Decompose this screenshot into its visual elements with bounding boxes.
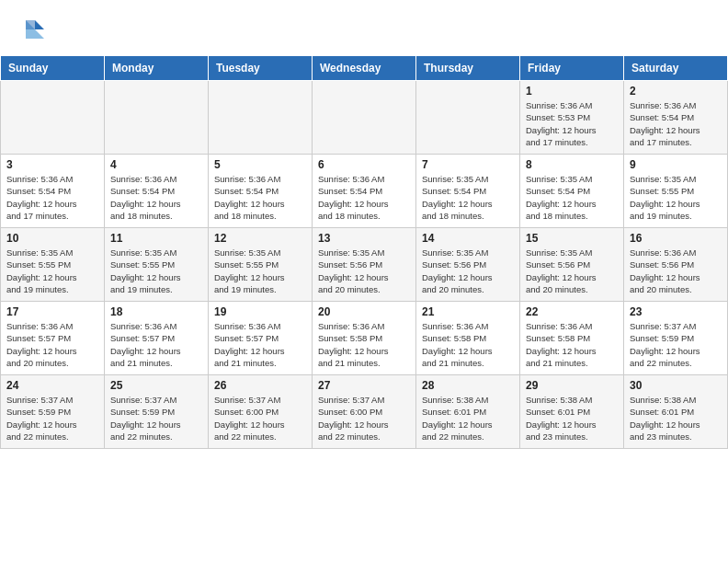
day-number: 27 [318,379,410,392]
day-number: 5 [214,158,306,171]
day-info: Sunrise: 5:36 AM Sunset: 5:58 PM Dayligh… [422,320,514,369]
day-number: 28 [422,379,514,392]
day-info: Sunrise: 5:35 AM Sunset: 5:56 PM Dayligh… [422,247,514,295]
day-info: Sunrise: 5:37 AM Sunset: 6:00 PM Dayligh… [318,394,410,442]
weekday-header-monday: Monday [105,56,209,81]
calendar-week-2: 3Sunrise: 5:36 AM Sunset: 5:54 PM Daylig… [1,155,728,228]
day-number: 4 [110,158,202,171]
page-header [0,0,728,52]
day-number: 20 [318,305,410,318]
calendar-cell: 14Sunrise: 5:35 AM Sunset: 5:56 PM Dayli… [416,228,520,302]
day-info: Sunrise: 5:35 AM Sunset: 5:55 PM Dayligh… [110,247,202,295]
calendar-cell: 21Sunrise: 5:36 AM Sunset: 5:58 PM Dayli… [416,302,520,375]
day-info: Sunrise: 5:37 AM Sunset: 5:59 PM Dayligh… [6,394,98,442]
weekday-header-saturday: Saturday [624,56,728,81]
day-number: 29 [526,379,618,392]
calendar-cell [313,81,416,155]
day-number: 24 [6,379,98,392]
calendar-cell: 9Sunrise: 5:35 AM Sunset: 5:55 PM Daylig… [624,155,728,228]
calendar-cell: 16Sunrise: 5:36 AM Sunset: 5:56 PM Dayli… [624,228,728,302]
day-info: Sunrise: 5:36 AM Sunset: 5:56 PM Dayligh… [630,247,722,295]
day-number: 25 [110,379,202,392]
calendar-cell: 28Sunrise: 5:38 AM Sunset: 6:01 PM Dayli… [416,375,520,449]
day-number: 8 [526,158,618,171]
day-info: Sunrise: 5:37 AM Sunset: 5:59 PM Dayligh… [630,320,722,369]
calendar-body: 1Sunrise: 5:36 AM Sunset: 5:53 PM Daylig… [1,81,728,449]
day-number: 11 [110,232,202,245]
day-number: 17 [6,305,98,318]
calendar-cell: 12Sunrise: 5:35 AM Sunset: 5:55 PM Dayli… [209,228,313,302]
weekday-header-sunday: Sunday [1,56,105,81]
calendar-cell: 20Sunrise: 5:36 AM Sunset: 5:58 PM Dayli… [313,302,416,375]
day-number: 3 [6,158,98,171]
calendar-cell: 19Sunrise: 5:36 AM Sunset: 5:57 PM Dayli… [209,302,313,375]
weekday-header-wednesday: Wednesday [313,56,416,81]
day-info: Sunrise: 5:36 AM Sunset: 5:58 PM Dayligh… [318,320,410,369]
day-info: Sunrise: 5:36 AM Sunset: 5:53 PM Dayligh… [526,99,618,148]
calendar-header: SundayMondayTuesdayWednesdayThursdayFrid… [1,56,728,81]
day-number: 19 [214,305,306,318]
day-number: 18 [110,305,202,318]
day-info: Sunrise: 5:35 AM Sunset: 5:56 PM Dayligh… [526,247,618,295]
day-number: 1 [526,85,618,98]
calendar-cell [209,81,313,155]
day-info: Sunrise: 5:36 AM Sunset: 5:54 PM Dayligh… [214,173,306,222]
day-number: 14 [422,232,514,245]
day-info: Sunrise: 5:35 AM Sunset: 5:56 PM Dayligh… [318,247,410,295]
day-info: Sunrise: 5:35 AM Sunset: 5:55 PM Dayligh… [630,173,722,222]
day-number: 16 [630,232,722,245]
calendar-cell: 8Sunrise: 5:35 AM Sunset: 5:54 PM Daylig… [520,155,624,228]
day-number: 21 [422,305,514,318]
day-info: Sunrise: 5:36 AM Sunset: 5:57 PM Dayligh… [6,320,98,369]
calendar-cell: 6Sunrise: 5:36 AM Sunset: 5:54 PM Daylig… [313,155,416,228]
calendar-cell: 7Sunrise: 5:35 AM Sunset: 5:54 PM Daylig… [416,155,520,228]
calendar-cell: 25Sunrise: 5:37 AM Sunset: 5:59 PM Dayli… [105,375,209,449]
calendar-cell [105,81,209,155]
calendar-week-3: 10Sunrise: 5:35 AM Sunset: 5:55 PM Dayli… [1,228,728,302]
weekday-header-row: SundayMondayTuesdayWednesdayThursdayFrid… [1,56,728,81]
day-info: Sunrise: 5:36 AM Sunset: 5:57 PM Dayligh… [214,320,306,369]
day-info: Sunrise: 5:36 AM Sunset: 5:54 PM Dayligh… [318,173,410,222]
day-info: Sunrise: 5:35 AM Sunset: 5:55 PM Dayligh… [6,247,98,295]
calendar-cell: 29Sunrise: 5:38 AM Sunset: 6:01 PM Dayli… [520,375,624,449]
calendar-cell: 3Sunrise: 5:36 AM Sunset: 5:54 PM Daylig… [1,155,105,228]
day-info: Sunrise: 5:38 AM Sunset: 6:01 PM Dayligh… [422,394,514,442]
svg-marker-3 [26,20,35,29]
day-info: Sunrise: 5:37 AM Sunset: 6:00 PM Dayligh… [214,394,306,442]
day-number: 22 [526,305,618,318]
calendar-cell: 1Sunrise: 5:36 AM Sunset: 5:53 PM Daylig… [520,81,624,155]
day-info: Sunrise: 5:36 AM Sunset: 5:54 PM Dayligh… [110,173,202,222]
day-info: Sunrise: 5:37 AM Sunset: 5:59 PM Dayligh… [110,394,202,442]
calendar-week-5: 24Sunrise: 5:37 AM Sunset: 5:59 PM Dayli… [1,375,728,449]
calendar-week-4: 17Sunrise: 5:36 AM Sunset: 5:57 PM Dayli… [1,302,728,375]
day-info: Sunrise: 5:36 AM Sunset: 5:54 PM Dayligh… [630,99,722,148]
day-number: 15 [526,232,618,245]
day-info: Sunrise: 5:36 AM Sunset: 5:58 PM Dayligh… [526,320,618,369]
calendar-cell: 5Sunrise: 5:36 AM Sunset: 5:54 PM Daylig… [209,155,313,228]
day-info: Sunrise: 5:35 AM Sunset: 5:54 PM Dayligh… [526,173,618,222]
calendar-cell [416,81,520,155]
day-number: 10 [6,232,98,245]
calendar-table: SundayMondayTuesdayWednesdayThursdayFrid… [0,55,728,449]
day-number: 7 [422,158,514,171]
calendar-cell: 2Sunrise: 5:36 AM Sunset: 5:54 PM Daylig… [624,81,728,155]
day-info: Sunrise: 5:36 AM Sunset: 5:54 PM Dayligh… [6,173,98,222]
day-info: Sunrise: 5:36 AM Sunset: 5:57 PM Dayligh… [110,320,202,369]
day-number: 9 [630,158,722,171]
day-info: Sunrise: 5:38 AM Sunset: 6:01 PM Dayligh… [630,394,722,442]
calendar-cell: 24Sunrise: 5:37 AM Sunset: 5:59 PM Dayli… [1,375,105,449]
calendar-cell: 15Sunrise: 5:35 AM Sunset: 5:56 PM Dayli… [520,228,624,302]
calendar-cell [1,81,105,155]
day-number: 23 [630,305,722,318]
day-number: 2 [630,85,722,98]
calendar-cell: 13Sunrise: 5:35 AM Sunset: 5:56 PM Dayli… [313,228,416,302]
weekday-header-tuesday: Tuesday [209,56,313,81]
calendar-cell: 22Sunrise: 5:36 AM Sunset: 5:58 PM Dayli… [520,302,624,375]
day-info: Sunrise: 5:35 AM Sunset: 5:54 PM Dayligh… [422,173,514,222]
day-info: Sunrise: 5:35 AM Sunset: 5:55 PM Dayligh… [214,247,306,295]
calendar-week-1: 1Sunrise: 5:36 AM Sunset: 5:53 PM Daylig… [1,81,728,155]
day-number: 26 [214,379,306,392]
day-number: 12 [214,232,306,245]
calendar-cell: 30Sunrise: 5:38 AM Sunset: 6:01 PM Dayli… [624,375,728,449]
calendar-cell: 27Sunrise: 5:37 AM Sunset: 6:00 PM Dayli… [313,375,416,449]
